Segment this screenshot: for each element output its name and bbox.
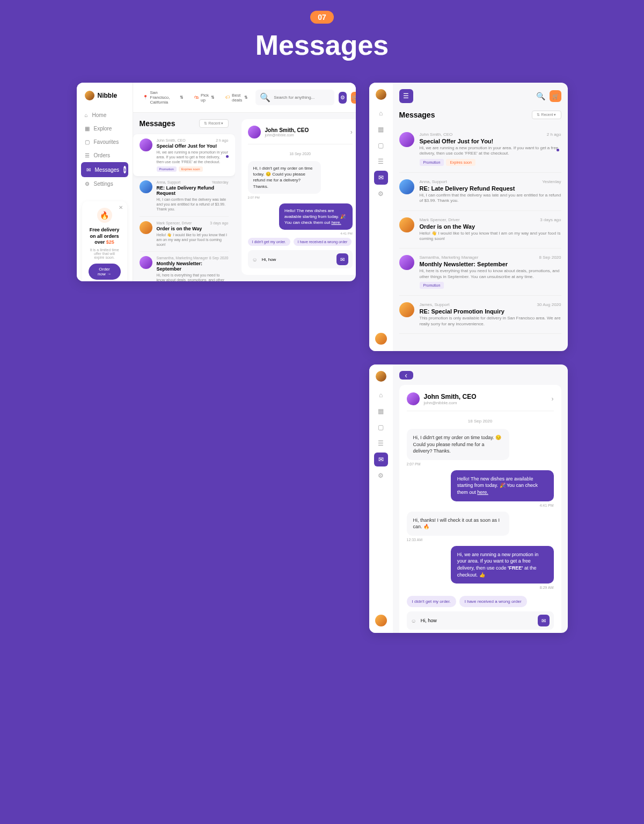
nav-orders[interactable]: ☰ bbox=[374, 155, 388, 169]
logo-icon[interactable] bbox=[376, 89, 386, 100]
nav-explore[interactable]: ▦ bbox=[374, 122, 388, 136]
nav-label: Favourites bbox=[94, 139, 119, 145]
cart-button[interactable]: 🛒 bbox=[351, 92, 356, 104]
avatar bbox=[399, 132, 414, 147]
menu-button[interactable]: ☰ bbox=[399, 89, 413, 103]
pickup-chip[interactable]: 🛍Pick up⇅ bbox=[191, 91, 218, 105]
bubble-timestamp: 4:41 PM bbox=[340, 232, 352, 235]
avatar bbox=[140, 180, 152, 193]
message-item[interactable]: Samantha, Marketing Manager Monthly News… bbox=[399, 249, 561, 296]
chat-panel: John Smith, CEOjohn@nibble.com › 18 Sep … bbox=[241, 119, 356, 275]
message-subject: Monthly Newsletter: September bbox=[157, 261, 229, 272]
avatar bbox=[140, 256, 152, 269]
filter-button[interactable]: ⚙ bbox=[339, 92, 347, 104]
pin-icon: 📍 bbox=[143, 95, 148, 100]
send-button[interactable]: ✉ bbox=[336, 253, 348, 265]
location-chip[interactable]: 📍San Francisco, California⇅ bbox=[140, 88, 187, 107]
message-tag: Expires soon bbox=[179, 166, 203, 172]
avatar[interactable] bbox=[375, 333, 387, 345]
close-icon[interactable]: ✕ bbox=[119, 205, 123, 210]
nav-home[interactable]: ⌂ bbox=[374, 388, 388, 402]
chat-link[interactable]: here. bbox=[477, 490, 488, 495]
main: ‹ John Smith, CEOjohn@nibble.com › 18 Se… bbox=[393, 364, 568, 633]
message-preview: Hello! 👋 I would like to let you know th… bbox=[420, 231, 561, 242]
quick-replies: I didn't get my order. I have received a… bbox=[407, 596, 554, 607]
message-item[interactable]: Samantha, Marketing Manager Monthly News… bbox=[140, 252, 229, 281]
message-preview: Hi, I can confirm that the delivery was … bbox=[420, 193, 561, 204]
message-subject: RE: Late Delivery Refund Request bbox=[157, 185, 229, 196]
search[interactable]: 🔍 bbox=[255, 90, 334, 105]
nav-home[interactable]: ⌂ bbox=[374, 106, 388, 120]
nav-orders[interactable]: ☰Orders bbox=[77, 149, 133, 162]
deals-chip[interactable]: 🏷Best deals⇅ bbox=[222, 91, 251, 105]
emoji-icon[interactable]: ☺ bbox=[411, 618, 416, 624]
quick-reply-button[interactable]: I didn't get my order. bbox=[407, 596, 456, 607]
quick-reply-button[interactable]: I have received a wrong order bbox=[294, 238, 352, 246]
nav-favourites[interactable]: ▢ bbox=[374, 420, 388, 434]
search-input[interactable] bbox=[274, 95, 330, 100]
nav-orders[interactable]: ☰ bbox=[374, 436, 388, 450]
nav-settings[interactable]: ⚙Settings bbox=[77, 177, 133, 191]
avatar bbox=[399, 217, 414, 232]
message-item[interactable]: John Smith, CEO Special Offer Just for Y… bbox=[133, 134, 235, 176]
back-button[interactable]: ‹ bbox=[399, 371, 413, 380]
quick-reply-button[interactable]: I have received a wrong order bbox=[459, 596, 527, 607]
promo-subtitle: It is a limited time offer that will exp… bbox=[89, 248, 121, 259]
order-now-button[interactable]: Order now → bbox=[89, 264, 121, 280]
sidebar: Nibble ⌂Home ▦Explore ▢Favourites ☰Order… bbox=[77, 83, 133, 281]
quick-reply-button[interactable]: I didn't get my order. bbox=[248, 238, 290, 246]
search-icon: 🔍 bbox=[260, 92, 270, 103]
chat-input[interactable] bbox=[262, 257, 332, 262]
topbar: 📍San Francisco, California⇅ 🛍Pick up⇅ 🏷B… bbox=[133, 83, 356, 113]
nav-favourites[interactable]: ▢ bbox=[374, 138, 388, 152]
avatar[interactable] bbox=[375, 615, 387, 626]
chat-input[interactable] bbox=[421, 618, 533, 623]
cart-button[interactable]: 🛒 bbox=[550, 90, 561, 102]
chevron-right-icon[interactable]: › bbox=[350, 128, 353, 136]
avatar bbox=[399, 255, 414, 270]
message-preview: Hi, we are running a new promotion in yo… bbox=[420, 145, 561, 157]
avatar bbox=[407, 392, 420, 405]
nav-home[interactable]: ⌂Home bbox=[77, 108, 133, 122]
nav-explore[interactable]: ▦ bbox=[374, 404, 388, 418]
nav-favourites[interactable]: ▢Favourites bbox=[77, 135, 133, 149]
nav-messages[interactable]: ✉ bbox=[374, 171, 388, 185]
nav-messages[interactable]: ✉Messages3 bbox=[81, 162, 128, 177]
location-label: San Francisco, California bbox=[150, 90, 178, 105]
avatar bbox=[140, 138, 152, 151]
nav-label: Orders bbox=[94, 152, 111, 158]
chat-messages: 18 Sep 2020 Hi, I didn't get my order on… bbox=[407, 411, 554, 596]
chat-bubble-outgoing: Hello! The new dishes are available star… bbox=[279, 203, 353, 230]
chat-contact-email: john@nibble.com bbox=[265, 133, 309, 137]
sort-button[interactable]: ⇅ Recent ▾ bbox=[532, 111, 561, 119]
logo[interactable]: Nibble bbox=[77, 91, 133, 100]
sort-button[interactable]: ⇅ Recent ▾ bbox=[199, 119, 228, 128]
message-item[interactable]: John Smith, CEO Special Offer Just for Y… bbox=[399, 126, 561, 173]
search-icon[interactable]: 🔍 bbox=[536, 92, 545, 100]
message-subject: RE: Late Delivery Refund Request bbox=[420, 185, 561, 192]
emoji-icon[interactable]: ☺ bbox=[252, 257, 258, 262]
nav-settings[interactable]: ⚙ bbox=[374, 187, 388, 201]
message-preview: Hi, here is everything that you need to … bbox=[420, 268, 561, 280]
nav-settings[interactable]: ⚙ bbox=[374, 469, 388, 483]
message-item[interactable]: Mark Spencer, Driver Order is on the Way… bbox=[140, 217, 229, 252]
send-button[interactable]: ✉ bbox=[538, 615, 550, 626]
unread-dot bbox=[557, 149, 559, 151]
chat-link[interactable]: here. bbox=[331, 220, 341, 225]
message-item[interactable]: Mark Spencer, Driver Order is on the Way… bbox=[399, 211, 561, 249]
message-from: John Smith, CEO bbox=[420, 132, 561, 137]
bubble-timestamp: 2:07 PM bbox=[407, 462, 421, 466]
pickup-label: Pick up bbox=[201, 93, 209, 103]
nav-messages[interactable]: ✉ bbox=[374, 453, 388, 466]
chevron-right-icon[interactable]: › bbox=[552, 395, 554, 403]
message-item[interactable]: Anna, Support RE: Late Delivery Refund R… bbox=[140, 176, 229, 216]
sidebar-compact: ⌂ ▦ ▢ ☰ ✉ ⚙ bbox=[369, 83, 393, 351]
message-item[interactable]: Anna, Support RE: Late Delivery Refund R… bbox=[399, 173, 561, 211]
chat-contact-name: John Smith, CEO bbox=[265, 127, 309, 133]
tablet-chat-screen: ⌂ ▦ ▢ ☰ ✉ ⚙ ‹ John Smith, CEOjohn@nibble… bbox=[369, 364, 568, 633]
nav-explore[interactable]: ▦Explore bbox=[77, 122, 133, 135]
message-item[interactable]: James, Support RE: Special Promotion Inq… bbox=[399, 296, 561, 334]
tag-icon: 🏷 bbox=[225, 95, 230, 100]
logo-icon[interactable] bbox=[376, 371, 386, 382]
explore-icon: ▦ bbox=[85, 126, 90, 132]
